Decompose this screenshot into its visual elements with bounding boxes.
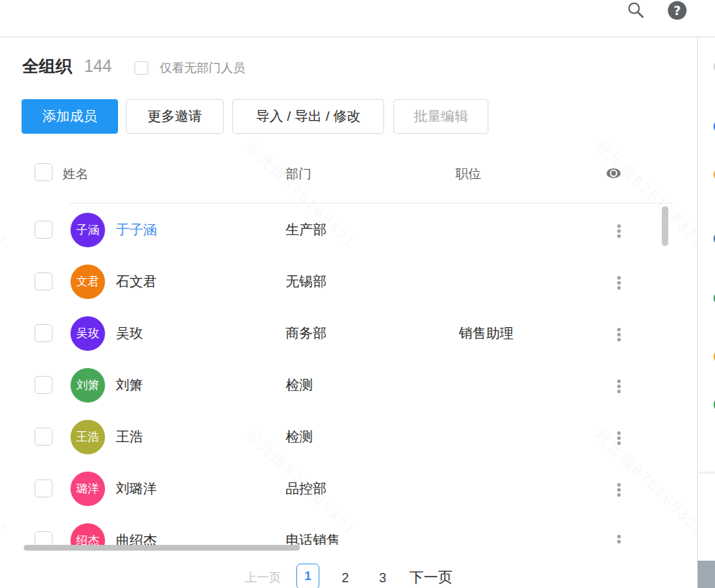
member-department: 生产部 (286, 222, 327, 238)
pagination-prev-button[interactable]: 上一页 (245, 571, 281, 585)
member-row: 吴玫吴玫商务部销售助理 (0, 308, 697, 359)
column-header-department: 部门 (286, 166, 311, 182)
member-name[interactable]: 于子涵 (116, 222, 157, 238)
table-horizontal-scrollbar-thumb[interactable] (24, 545, 300, 551)
row-checkbox[interactable] (35, 376, 53, 394)
member-name[interactable]: 刘璐洋 (116, 481, 157, 497)
member-row: 文君石文君无锡部 (0, 256, 697, 308)
adjacent-panel-sliver (698, 37, 715, 588)
filter-no-department-checkbox[interactable] (135, 61, 148, 75)
member-name[interactable]: 曲绍杰 (116, 533, 157, 545)
row-checkbox[interactable] (35, 324, 53, 342)
member-row: 绍杰曲绍杰电话销售 (0, 515, 697, 545)
row-more-actions-icon[interactable] (614, 535, 625, 545)
member-department: 电话销售 (286, 533, 340, 545)
pagination-page-1[interactable]: 1 (296, 564, 319, 588)
filter-no-department-label[interactable]: 仅看无部门人员 (160, 60, 245, 76)
row-more-actions-icon[interactable] (614, 328, 625, 344)
add-member-button[interactable]: 添加成员 (22, 99, 118, 134)
member-row: 刘箫刘箫检测 (0, 359, 697, 411)
member-row: 璐洋刘璐洋品控部 (0, 463, 697, 515)
page-title: 全组织 (22, 57, 72, 75)
member-name[interactable]: 石文君 (116, 274, 157, 290)
search-icon[interactable] (627, 1, 644, 19)
svg-text:?: ? (674, 4, 681, 18)
member-department: 检测 (286, 377, 313, 393)
member-department: 检测 (286, 429, 313, 445)
member-department: 商务部 (286, 326, 327, 341)
column-header-position: 职位 (455, 166, 481, 182)
member-name[interactable]: 王浩 (116, 429, 143, 445)
top-bar: ? (0, 0, 715, 37)
batch-edit-button[interactable]: 批量编辑 (393, 99, 488, 134)
row-more-actions-icon[interactable] (614, 224, 625, 240)
invite-more-button[interactable]: 更多邀请 (126, 99, 224, 134)
member-department: 无锡部 (286, 274, 327, 290)
avatar: 刘箫 (70, 368, 105, 403)
pagination-page-2[interactable]: 2 (338, 570, 352, 586)
member-name[interactable]: 吴玫 (116, 326, 143, 341)
member-name[interactable]: 刘箫 (116, 377, 143, 393)
row-checkbox[interactable] (35, 221, 53, 239)
member-table-body: 子涵于子涵生产部文君石文君无锡部吴玫吴玫商务部销售助理刘箫刘箫检测王浩王浩检测璐… (0, 202, 697, 545)
avatar: 子涵 (70, 213, 105, 247)
select-all-checkbox[interactable] (35, 163, 53, 181)
avatar: 文君 (70, 265, 105, 299)
row-more-actions-icon[interactable] (614, 276, 625, 292)
member-count: 144 (84, 57, 111, 75)
pagination-next-button[interactable]: 下一页 (409, 569, 452, 586)
pagination-page-3[interactable]: 3 (375, 570, 390, 586)
adjacent-scrollbar-thumb[interactable] (698, 561, 715, 588)
column-visibility-eye-icon[interactable] (606, 167, 621, 179)
row-checkbox[interactable] (35, 428, 53, 446)
row-more-actions-icon[interactable] (614, 380, 625, 395)
member-row: 子涵于子涵生产部 (0, 204, 697, 256)
table-vertical-scrollbar-thumb[interactable] (662, 206, 668, 246)
adjacent-panel-divider (698, 472, 715, 474)
avatar: 绍杰 (70, 523, 105, 545)
member-row: 王浩王浩检测 (0, 411, 697, 463)
row-checkbox[interactable] (35, 479, 53, 497)
row-more-actions-icon[interactable] (614, 431, 625, 447)
member-department: 品控部 (286, 481, 327, 497)
avatar: 王浩 (70, 420, 105, 454)
avatar: 吴玫 (70, 316, 105, 351)
column-header-name: 姓名 (63, 166, 88, 182)
help-icon[interactable]: ? (668, 1, 687, 20)
row-more-actions-icon[interactable] (614, 483, 625, 499)
member-position: 销售助理 (459, 326, 514, 341)
avatar: 璐洋 (70, 472, 105, 506)
row-checkbox[interactable] (35, 531, 53, 545)
row-checkbox[interactable] (35, 272, 53, 290)
org-members-panel: 全组织 144 仅看无部门人员 添加成员 更多邀请 导入 / 导出 / 修改 批… (0, 37, 698, 588)
import-export-modify-button[interactable]: 导入 / 导出 / 修改 (232, 99, 384, 134)
